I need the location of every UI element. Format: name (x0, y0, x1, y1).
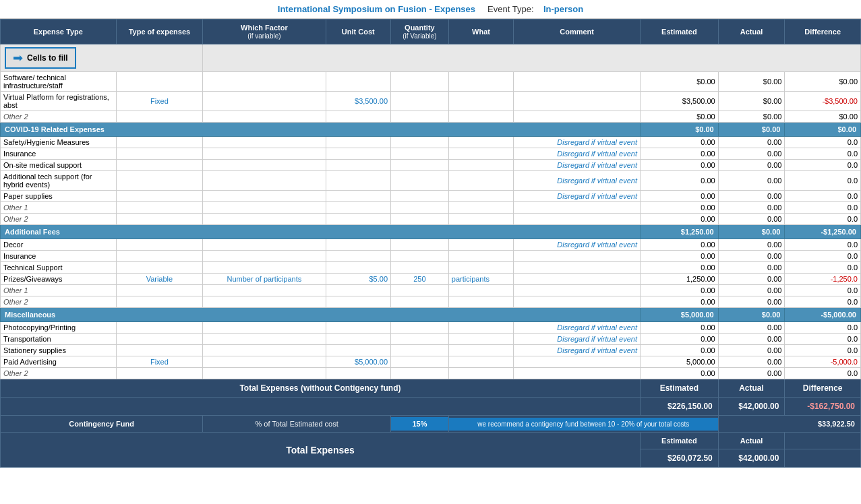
contingency-pct: 15% (391, 417, 448, 431)
table-row: Other 1 0.000.000.0 (1, 202, 861, 214)
te-actual-value: $42,000.00 (718, 449, 785, 468)
type-cell (116, 72, 203, 92)
difference-cell: -$3,500.00 (785, 92, 861, 111)
estimated-cell: $0.00 (640, 72, 718, 92)
which-factor-cell (203, 72, 326, 92)
total-label: Total Expenses (without Contigency fund) (1, 379, 641, 398)
total-difference-header: Difference (785, 379, 861, 398)
total-estimated-value: $226,150.00 (640, 398, 718, 416)
estimated-cell: $0.00 (640, 111, 718, 123)
te-estimated-header: Estimated (640, 433, 718, 449)
col-difference: Difference (785, 20, 861, 44)
section-actual: $0.00 (718, 123, 785, 137)
comment-cell (514, 92, 641, 111)
table-row: Paid Advertising Fixed $5,000.00 5,000.0… (1, 356, 861, 368)
total-values-row: $226,150.00 $42,000.00 -$162,750.00 (1, 398, 861, 416)
col-expense-type: Expense Type (1, 20, 117, 44)
table-row: On-site medical support Disregard if vir… (1, 160, 861, 171)
what-cell (448, 72, 514, 92)
col-comment: Comment (514, 20, 641, 44)
actual-cell: $0.00 (718, 111, 785, 123)
expense-type-cell: Additional tech support (for hybrid even… (1, 171, 117, 191)
section-label: Additional Fees (1, 225, 641, 239)
comment-cell (514, 72, 641, 92)
estimated-cell: $3,500.00 (640, 92, 718, 111)
col-actual: Actual (718, 20, 785, 44)
section-estimated: $5,000.00 (640, 308, 718, 322)
which-factor-cell (203, 111, 326, 123)
te-actual-header: Actual (718, 433, 785, 449)
expense-type-cell: Paper supplies (1, 191, 117, 202)
col-which-factor: Which Factor (if variable) (203, 20, 326, 44)
total-expenses-label: Total Expenses (1, 433, 641, 468)
col-estimated: Estimated (640, 20, 718, 44)
section-label: Miscellaneous (1, 308, 641, 322)
table-row: Other 2 0.000.000.0 (1, 296, 861, 308)
col-unit-cost: Unit Cost (326, 20, 391, 44)
section-actual: $0.00 (718, 225, 785, 239)
quantity-cell (391, 72, 449, 92)
section-estimated: $1,250.00 (640, 225, 718, 239)
covid-section-header: COVID-19 Related Expenses $0.00 $0.00 $0… (1, 123, 861, 137)
quantity-cell (391, 111, 449, 123)
pct-label: % of Total Estimated cost (203, 416, 391, 433)
expense-type-cell: Virtual Platform for registrations, abst (1, 92, 117, 111)
additional-fees-section-header: Additional Fees $1,250.00 $0.00 -$1,250.… (1, 225, 861, 239)
contingency-fund-row: Contingency Fund % of Total Estimated co… (1, 416, 861, 433)
table-row: Technical Support 0.000.000.0 (1, 262, 861, 274)
arrow-icon: ➡ (13, 51, 23, 65)
type-cell (116, 111, 203, 123)
total-without-contingency-row: Total Expenses (without Contigency fund)… (1, 379, 861, 398)
table-row: Stationery supplies Disregard if virtual… (1, 345, 861, 356)
unit-cost-cell: $3,500.00 (326, 92, 391, 111)
type-cell: Fixed (116, 92, 203, 111)
table-row: Paper supplies Disregard if virtual even… (1, 191, 861, 202)
total-expenses-headers-row: Total Expenses Estimated Actual (1, 433, 861, 449)
unit-cost-cell (326, 72, 391, 92)
header-event-type-value: In-person (543, 4, 583, 14)
quantity-cell (391, 92, 449, 111)
comment-cell (514, 111, 641, 123)
difference-cell: $0.00 (785, 72, 861, 92)
cells-to-fill-box: ➡ Cells to fill (5, 47, 76, 69)
section-actual: $0.00 (718, 308, 785, 322)
what-cell (448, 111, 514, 123)
header-title: International Symposium on Fusion - Expe… (278, 4, 475, 14)
header-event-type-label: Event Type: (487, 4, 533, 14)
expense-type-cell: Insurance (1, 148, 117, 160)
te-estimated-value: $260,072.50 (640, 449, 718, 468)
expense-type-cell: Safety/Hygienic Measures (1, 137, 117, 148)
contingency-recommend: we recommend a contigency fund between 1… (449, 418, 718, 431)
col-quantity: Quantity (if Variable) (391, 20, 449, 44)
table-row: Prizes/Giveaways Variable Number of part… (1, 274, 861, 285)
section-label: COVID-19 Related Expenses (1, 123, 641, 137)
table-row: Photocopying/Printing Disregard if virtu… (1, 322, 861, 334)
miscellaneous-section-header: Miscellaneous $5,000.00 $0.00 -$5,000.00 (1, 308, 861, 322)
table-row: Other 1 0.000.000.0 (1, 285, 861, 296)
total-actual-header: Actual (718, 379, 785, 398)
table-row: Other 2 0.000.000.0 (1, 368, 861, 379)
actual-cell: $0.00 (718, 92, 785, 111)
cells-to-fill-row: ➡ Cells to fill (1, 44, 861, 72)
table-row: Insurance Disregard if virtual event 0.0… (1, 148, 861, 160)
actual-cell: $0.00 (718, 72, 785, 92)
contingency-label: Contingency Fund (1, 416, 203, 433)
expense-type-cell: On-site medical support (1, 160, 117, 171)
table-row: Software/ technical infrastructure/staff… (1, 72, 861, 92)
table-row: Additional tech support (for hybrid even… (1, 171, 861, 191)
total-estimated-header: Estimated (640, 379, 718, 398)
section-difference: $0.00 (785, 123, 861, 137)
col-what: What (448, 20, 514, 44)
cells-to-fill-label: Cells to fill (27, 53, 68, 63)
unit-cost-cell (326, 111, 391, 123)
difference-cell: $0.00 (785, 111, 861, 123)
table-row: Other 2 0.000.000.0 (1, 214, 861, 225)
table-row: Other 2 $0.00 $0.00 $0.00 (1, 111, 861, 123)
expense-type-cell: Software/ technical infrastructure/staff (1, 72, 117, 92)
col-type-expenses: Type of expenses (116, 20, 203, 44)
expense-type-cell: Other 2 (1, 111, 117, 123)
total-actual-value: $42,000.00 (718, 398, 785, 416)
section-difference: -$5,000.00 (785, 308, 861, 322)
section-difference: -$1,250.00 (785, 225, 861, 239)
which-factor-cell (203, 92, 326, 111)
